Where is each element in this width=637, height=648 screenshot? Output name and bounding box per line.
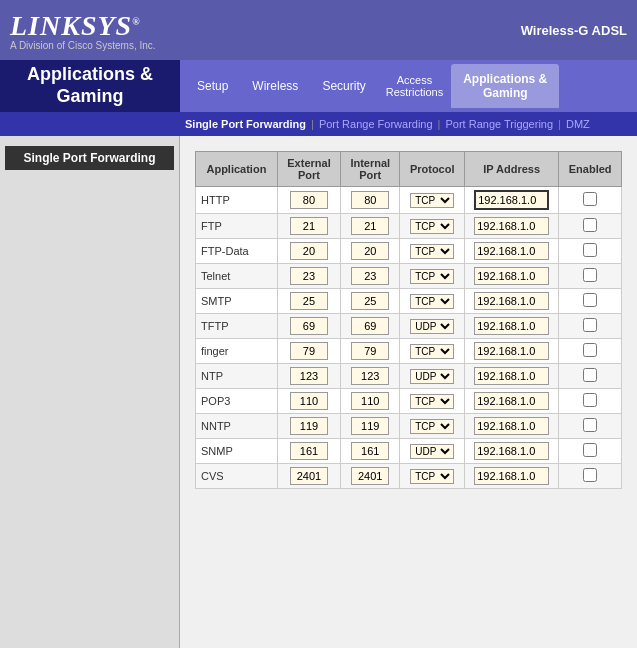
checkbox-enabled[interactable] [583, 243, 597, 257]
cell-external-port [277, 364, 340, 389]
input-external-port[interactable] [290, 442, 328, 460]
input-ip-address[interactable] [474, 417, 549, 435]
cell-ip-address [465, 414, 559, 439]
input-ip-address[interactable] [474, 267, 549, 285]
input-external-port[interactable] [290, 342, 328, 360]
sub-nav-links: Single Port Forwarding | Port Range Forw… [185, 118, 590, 130]
subnav-dmz[interactable]: DMZ [566, 118, 590, 130]
select-protocol[interactable]: TCPUDPBoth [410, 394, 454, 409]
input-external-port[interactable] [290, 467, 328, 485]
input-ip-address[interactable] [474, 367, 549, 385]
input-ip-address[interactable] [474, 467, 549, 485]
subnav-port-range-trig[interactable]: Port Range Triggering [445, 118, 553, 130]
input-external-port[interactable] [290, 417, 328, 435]
brand-text: Applications &Gaming [27, 64, 153, 107]
cell-protocol: TCPUDPBoth [400, 414, 465, 439]
checkbox-enabled[interactable] [583, 293, 597, 307]
select-protocol[interactable]: TCPUDPBoth [410, 244, 454, 259]
input-ip-address[interactable] [474, 292, 549, 310]
input-internal-port[interactable] [351, 417, 389, 435]
checkbox-enabled[interactable] [583, 468, 597, 482]
subnav-single-port[interactable]: Single Port Forwarding [185, 118, 306, 130]
select-protocol[interactable]: TCPUDPBoth [410, 269, 454, 284]
cell-app-name: SMTP [196, 289, 278, 314]
input-internal-port[interactable] [351, 342, 389, 360]
cell-enabled [559, 214, 622, 239]
cell-app-name: TFTP [196, 314, 278, 339]
cell-protocol: TCPUDPBoth [400, 364, 465, 389]
tab-applications-gaming[interactable]: Applications &Gaming [451, 64, 559, 108]
input-external-port[interactable] [290, 292, 328, 310]
input-internal-port[interactable] [351, 317, 389, 335]
input-external-port[interactable] [290, 242, 328, 260]
tab-wireless[interactable]: Wireless [240, 74, 310, 98]
tab-setup[interactable]: Setup [185, 74, 240, 98]
cell-internal-port [341, 364, 400, 389]
select-protocol[interactable]: TCPUDPBoth [410, 419, 454, 434]
select-protocol[interactable]: TCPUDPBoth [410, 219, 454, 234]
cell-internal-port [341, 239, 400, 264]
cell-external-port [277, 187, 340, 214]
input-internal-port[interactable] [351, 367, 389, 385]
subnav-port-range-fwd[interactable]: Port Range Forwarding [319, 118, 433, 130]
input-external-port[interactable] [290, 217, 328, 235]
cell-enabled [559, 389, 622, 414]
table-row: fingerTCPUDPBoth [196, 339, 622, 364]
input-ip-address[interactable] [474, 392, 549, 410]
input-internal-port[interactable] [351, 467, 389, 485]
input-internal-port[interactable] [351, 442, 389, 460]
select-protocol[interactable]: TCPUDPBoth [410, 444, 454, 459]
input-internal-port[interactable] [351, 191, 389, 209]
table-row: TFTPTCPUDPBoth [196, 314, 622, 339]
select-protocol[interactable]: TCPUDPBoth [410, 469, 454, 484]
select-protocol[interactable]: TCPUDPBoth [410, 294, 454, 309]
input-ip-address[interactable] [474, 342, 549, 360]
cell-app-name: NTP [196, 364, 278, 389]
input-external-port[interactable] [290, 191, 328, 209]
input-ip-address[interactable] [474, 442, 549, 460]
input-external-port[interactable] [290, 317, 328, 335]
cell-internal-port [341, 314, 400, 339]
cell-internal-port [341, 389, 400, 414]
checkbox-enabled[interactable] [583, 318, 597, 332]
input-ip-address[interactable] [474, 190, 549, 210]
cell-enabled [559, 339, 622, 364]
select-protocol[interactable]: TCPUDPBoth [410, 369, 454, 384]
input-internal-port[interactable] [351, 242, 389, 260]
select-protocol[interactable]: TCPUDPBoth [410, 319, 454, 334]
input-external-port[interactable] [290, 367, 328, 385]
cell-external-port [277, 389, 340, 414]
checkbox-enabled[interactable] [583, 218, 597, 232]
checkbox-enabled[interactable] [583, 368, 597, 382]
input-internal-port[interactable] [351, 292, 389, 310]
cell-internal-port [341, 214, 400, 239]
input-external-port[interactable] [290, 392, 328, 410]
select-protocol[interactable]: TCPUDPBoth [410, 344, 454, 359]
cell-external-port [277, 314, 340, 339]
input-internal-port[interactable] [351, 392, 389, 410]
checkbox-enabled[interactable] [583, 268, 597, 282]
select-protocol[interactable]: TCPUDPBoth [410, 193, 454, 208]
checkbox-enabled[interactable] [583, 343, 597, 357]
checkbox-enabled[interactable] [583, 443, 597, 457]
checkbox-enabled[interactable] [583, 192, 597, 206]
table-row: FTPTCPUDPBoth [196, 214, 622, 239]
input-ip-address[interactable] [474, 317, 549, 335]
tab-access-restrictions[interactable]: AccessRestrictions [378, 69, 451, 103]
checkbox-enabled[interactable] [583, 418, 597, 432]
cell-protocol: TCPUDPBoth [400, 187, 465, 214]
input-ip-address[interactable] [474, 242, 549, 260]
cell-protocol: TCPUDPBoth [400, 439, 465, 464]
checkbox-enabled[interactable] [583, 393, 597, 407]
cell-external-port [277, 414, 340, 439]
input-internal-port[interactable] [351, 267, 389, 285]
tab-security[interactable]: Security [310, 74, 377, 98]
cell-ip-address [465, 289, 559, 314]
cell-enabled [559, 289, 622, 314]
brand-area: Applications &Gaming [0, 60, 180, 112]
input-ip-address[interactable] [474, 217, 549, 235]
cell-internal-port [341, 439, 400, 464]
input-external-port[interactable] [290, 267, 328, 285]
input-internal-port[interactable] [351, 217, 389, 235]
cell-ip-address [465, 314, 559, 339]
